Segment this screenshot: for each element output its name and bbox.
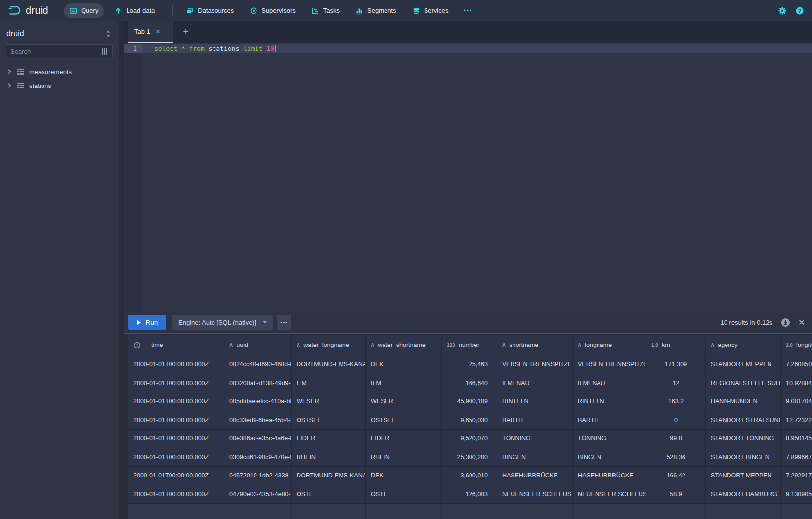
table-cell[interactable]: NEUENSEER SCHLEUSEN	[573, 485, 646, 504]
table-cell[interactable]: 126,003	[442, 485, 497, 504]
table-cell[interactable]: DORTMUND-EMS-KANAL	[292, 355, 366, 374]
table-cell[interactable]: OSTSEE	[292, 411, 366, 430]
table-cell[interactable]: 2000-01-01T00:00:00.000Z	[128, 448, 224, 467]
table-cell[interactable]: 166,640	[442, 374, 497, 392]
table-cell[interactable]: STANDORT BINGEN	[706, 448, 781, 467]
table-cell[interactable]: 005dfdae-efcc-410a-bf1	[224, 392, 292, 411]
table-cell[interactable]: HASEHUBBRÜCKE	[497, 467, 573, 485]
table-cell[interactable]: ILMENAU	[573, 374, 646, 392]
column-header-__time[interactable]: __time	[128, 335, 224, 355]
table-cell[interactable]: 2000-01-01T00:00:00.000Z	[128, 467, 224, 485]
table-cell[interactable]: 12.723220	[781, 411, 812, 430]
table-cell[interactable]: STANDORT TÖNNING	[706, 430, 781, 448]
table-cell[interactable]: EIDER	[366, 430, 442, 448]
nav-item-tasks[interactable]: Tasks	[306, 3, 345, 18]
table-cell[interactable]: 10.928842	[781, 374, 812, 392]
table-cell[interactable]: 9.081704	[781, 392, 812, 411]
table-cell[interactable]: 003200ab-d138-49d9-aa	[224, 374, 292, 392]
table-cell[interactable]: RHEIN	[366, 448, 442, 467]
table-cell[interactable]: RINTELN	[497, 392, 573, 411]
table-cell[interactable]: TÖNNING	[497, 430, 573, 448]
table-cell[interactable]: 163.2	[646, 392, 706, 411]
table-cell[interactable]: WESER	[366, 392, 442, 411]
table-cell[interactable]: 7.260850	[781, 355, 812, 374]
table-cell[interactable]: ILM	[292, 374, 366, 392]
table-cell[interactable]: 9,520,070	[442, 430, 497, 448]
run-button[interactable]: Run	[128, 315, 166, 330]
table-cell[interactable]: HANN-MÜNDEN	[706, 392, 781, 411]
table-cell[interactable]: NEUENSEER SCHLEUSEN	[497, 485, 573, 504]
nav-item-load-data[interactable]: Load data	[109, 3, 160, 18]
filter-sliders-icon[interactable]	[101, 48, 108, 55]
table-cell[interactable]: BARTH	[573, 411, 646, 430]
table-cell[interactable]: DEK	[366, 467, 442, 485]
column-header-shortname[interactable]: Ashortname	[497, 335, 573, 355]
table-cell[interactable]: 0024cc40-d690-468d-84	[224, 355, 292, 374]
table-cell[interactable]: 25,300,200	[442, 448, 497, 467]
table-cell[interactable]: 2000-01-01T00:00:00.000Z	[128, 355, 224, 374]
column-header-uuid[interactable]: Auuid	[224, 335, 292, 355]
table-cell[interactable]: 45,900,109	[442, 392, 497, 411]
table-cell[interactable]: REGIONALSTELLE SUHL	[706, 374, 781, 392]
table-cell[interactable]: 528.36	[646, 448, 706, 467]
tree-item-stations[interactable]: stations	[0, 79, 119, 92]
table-cell[interactable]: ILMENAU	[497, 374, 573, 392]
column-header-water_longname[interactable]: Awater_longname	[292, 335, 366, 355]
table-cell[interactable]: 2000-01-01T00:00:00.000Z	[128, 430, 224, 448]
table-cell[interactable]: EIDER	[292, 430, 366, 448]
table-cell[interactable]: 0309cd61-90c9-470e-99	[224, 448, 292, 467]
table-cell[interactable]: 04572010-1db2-4338-85	[224, 467, 292, 485]
sql-editor[interactable]: 1 select * from stations limit 10	[124, 43, 812, 311]
search-input[interactable]	[10, 48, 101, 55]
table-cell[interactable]: 04790e03-4353-4e80-be	[224, 485, 292, 504]
table-cell[interactable]: 99.8	[646, 430, 706, 448]
tree-item-measurements[interactable]: measurements	[0, 65, 119, 79]
nav-more-button[interactable]: •••	[459, 4, 477, 18]
table-cell[interactable]: BINGEN	[497, 448, 573, 467]
column-header-agency[interactable]: Aagency	[706, 335, 781, 355]
table-cell[interactable]: OSTE	[366, 485, 442, 504]
chevron-right-icon[interactable]	[6, 69, 12, 75]
table-cell[interactable]: 171.309	[646, 355, 706, 374]
table-cell[interactable]: VERSEN TRENNSPITZE	[573, 355, 646, 374]
nav-item-segments[interactable]: Segments	[350, 3, 402, 18]
column-header-km[interactable]: 1.0km	[646, 335, 706, 355]
table-cell[interactable]: 00c33ed9-6bea-45b4-87	[224, 411, 292, 430]
table-cell[interactable]: RHEIN	[292, 448, 366, 467]
table-cell[interactable]: STANDORT MEPPEN	[706, 467, 781, 485]
sort-icon[interactable]	[105, 30, 112, 38]
table-cell[interactable]: 166.42	[646, 467, 706, 485]
column-header-water_shortname[interactable]: Awater_shortname	[366, 335, 442, 355]
table-cell[interactable]: VERSEN TRENNSPITZE	[497, 355, 573, 374]
table-cell[interactable]: 0	[646, 411, 706, 430]
table-cell[interactable]: 2000-01-01T00:00:00.000Z	[128, 392, 224, 411]
nav-item-supervisors[interactable]: Supervisors	[244, 3, 301, 18]
table-cell[interactable]: RINTELN	[573, 392, 646, 411]
table-cell[interactable]: 9,650,030	[442, 411, 497, 430]
table-cell[interactable]: 25,463	[442, 355, 497, 374]
nav-item-datasources[interactable]: Datasources	[180, 3, 239, 18]
table-cell[interactable]: TÖNNING	[573, 430, 646, 448]
close-results-icon[interactable]	[798, 319, 805, 326]
table-cell[interactable]: HASEHUBBRÜCKE	[573, 467, 646, 485]
chevron-right-icon[interactable]	[6, 83, 12, 88]
add-tab-button[interactable]: +	[180, 26, 192, 38]
column-header-number[interactable]: 123number	[442, 335, 497, 355]
help-icon[interactable]: ?	[795, 6, 804, 15]
nav-item-services[interactable]: Services	[407, 3, 454, 18]
nav-item-query[interactable]: Query	[64, 3, 104, 18]
table-cell[interactable]: 2000-01-01T00:00:00.000Z	[128, 485, 224, 504]
sql-code-line[interactable]: select * from stations limit 10	[143, 44, 812, 53]
table-cell[interactable]: 7.899667	[781, 448, 812, 467]
column-header-longitude[interactable]: 1.0longitude	[781, 335, 812, 355]
table-cell[interactable]: 00e386ac-e35c-4a6e-80	[224, 430, 292, 448]
tab-tab1[interactable]: Tab 1 ×	[128, 21, 173, 43]
table-cell[interactable]: OSTSEE	[366, 411, 442, 430]
settings-gear-icon[interactable]	[778, 6, 787, 15]
download-icon[interactable]	[780, 317, 791, 328]
table-cell[interactable]: BARTH	[497, 411, 573, 430]
table-cell[interactable]: DORTMUND-EMS-KANAL	[292, 467, 366, 485]
table-cell[interactable]: ILM	[366, 374, 442, 392]
table-cell[interactable]: OSTE	[292, 485, 366, 504]
column-header-longname[interactable]: Alongname	[573, 335, 646, 355]
